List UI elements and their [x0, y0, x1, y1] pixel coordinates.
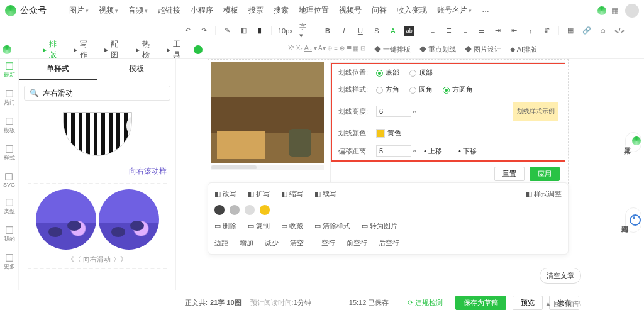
eraser-icon[interactable]: ◧ [238, 26, 248, 36]
sync-icon[interactable] [597, 6, 606, 15]
top-tab[interactable]: 投票 [245, 3, 267, 18]
radio-option[interactable]: 底部 [376, 68, 399, 77]
line-height-icon[interactable]: ↕ [526, 26, 536, 36]
quick-action[interactable]: ◆ AI排版 [510, 45, 537, 54]
blank-before[interactable]: 前空行 [347, 238, 367, 248]
rail-item[interactable]: 更多 [4, 253, 15, 271]
color-dot[interactable] [245, 205, 255, 215]
quick-action[interactable]: ◆ 重点划线 [419, 45, 456, 54]
top-tab[interactable]: 模板 [219, 3, 242, 18]
align-center-icon[interactable]: ≣ [444, 26, 454, 36]
clear-article[interactable]: 清空文章 [540, 268, 581, 284]
offset-dir[interactable]: • 下移 [458, 146, 477, 156]
radio-option[interactable]: 顶部 [409, 68, 433, 77]
redo-icon[interactable]: ↷ [199, 26, 209, 36]
mode-tab[interactable]: ▸写作 [70, 37, 97, 62]
top-tab[interactable]: 收入变现 [393, 3, 431, 18]
top-tab[interactable]: 账号名片 [433, 3, 475, 18]
link-icon[interactable]: 🔗 [582, 26, 592, 36]
underline-icon[interactable]: U [355, 26, 365, 36]
color-dot[interactable] [260, 205, 270, 215]
undo-icon[interactable]: ↶ [182, 26, 192, 36]
table-icon[interactable]: ▦ [565, 26, 575, 36]
more-icon[interactable]: ⋯ [631, 26, 641, 36]
emoji-icon[interactable]: ☺ [598, 26, 608, 36]
avatar[interactable] [625, 4, 639, 18]
color-dot[interactable] [230, 205, 240, 215]
margin-clear[interactable]: 清空 [290, 238, 304, 248]
block-action[interactable]: ▭ 收藏 [281, 221, 303, 231]
top-tab[interactable]: 超链接 [154, 3, 184, 18]
code-icon[interactable]: </> [614, 26, 625, 36]
block-action[interactable]: ▭ 清除样式 [314, 221, 350, 231]
quick-action[interactable]: ◆ 图片设计 [465, 45, 501, 54]
rewrite-action[interactable]: ◧ 样式调整 [526, 189, 562, 199]
top-tab[interactable]: 音频 [125, 3, 152, 18]
help-float[interactable]: 遇到问题 [625, 207, 641, 233]
bg-color-icon[interactable]: ab [404, 26, 414, 36]
blank-after[interactable]: 后空行 [379, 238, 399, 248]
rewrite-action[interactable]: ◧ 缩写 [281, 189, 303, 199]
preview-button[interactable]: 预览 [513, 296, 543, 310]
font-size[interactable]: 10px [278, 27, 293, 35]
top-tab[interactable]: 搜索 [270, 3, 292, 18]
quick-action[interactable]: ◆ 一键排版 [374, 45, 411, 54]
font-color-icon[interactable]: A [388, 26, 398, 36]
align-justify-icon[interactable]: ☰ [477, 26, 487, 36]
tab-single-style[interactable]: 单样式 [19, 59, 97, 80]
rail-item[interactable]: 类型 [4, 198, 15, 216]
toolbox-float[interactable]: 工具箱 [625, 132, 641, 152]
margin-dec[interactable]: 减少 [265, 238, 279, 248]
align-right-icon[interactable]: ≡ [460, 26, 470, 36]
format-paint-icon[interactable]: ✎ [222, 26, 232, 36]
rail-item[interactable]: 热门 [4, 89, 15, 107]
top-tab[interactable]: 小程序 [187, 3, 217, 18]
mode-tab[interactable]: ▸热榜 [132, 37, 159, 62]
grid-icon[interactable]: ▦ [609, 5, 620, 16]
search-input[interactable]: 🔍 [24, 86, 170, 101]
offset-input[interactable]: 5 [376, 145, 411, 157]
mode-tab[interactable]: ▸配图 [101, 37, 128, 62]
radio-option[interactable]: 方角 [376, 85, 399, 94]
search-field[interactable] [43, 89, 165, 97]
italic-icon[interactable]: I [339, 26, 349, 36]
align-left-icon[interactable]: ≡ [428, 26, 438, 36]
indent-icon[interactable]: ⇥ [493, 26, 503, 36]
top-tab[interactable]: 地理位置 [295, 3, 333, 18]
height-input[interactable]: 6 [376, 106, 411, 117]
violation-check[interactable]: ⟳ 违规检测 [408, 298, 443, 307]
rail-item[interactable]: 我的 [4, 226, 15, 243]
rail-item[interactable]: SVG [3, 172, 15, 188]
top-tab[interactable]: … [478, 3, 493, 18]
radio-option[interactable]: 方圆角 [443, 85, 473, 94]
font-family-icon[interactable]: 字▾ [299, 26, 309, 36]
radio-option[interactable]: 圆角 [409, 85, 433, 94]
back-to-top[interactable]: ▲ 回到顶部 [545, 299, 581, 309]
strike-icon[interactable]: S [372, 26, 382, 36]
tab-template[interactable]: 模板 [97, 59, 176, 80]
color-dot[interactable] [214, 205, 225, 215]
apply-button[interactable]: 应用 [530, 167, 560, 181]
rail-item[interactable]: 样式 [4, 145, 15, 162]
bold-icon[interactable]: B [323, 26, 333, 36]
top-tab[interactable]: 问答 [368, 3, 391, 18]
block-action[interactable]: ▭ 复制 [248, 221, 270, 231]
rail-item[interactable]: 模板 [4, 117, 15, 135]
rewrite-action[interactable]: ◧ 扩写 [248, 189, 270, 199]
top-tab[interactable]: 视频号 [335, 3, 365, 18]
reset-button[interactable]: 重置 [494, 167, 525, 181]
margin-inc[interactable]: 增加 [240, 238, 253, 248]
rail-item[interactable]: 最新 [4, 62, 15, 79]
bucket-icon[interactable]: ▮ [255, 26, 265, 36]
rewrite-action[interactable]: ◧ 改写 [214, 189, 236, 199]
block-action[interactable]: ▭ 转为图片 [362, 221, 397, 231]
offset-dir[interactable]: • 上移 [424, 146, 442, 156]
mode-tab[interactable]: ▸工具 [163, 37, 190, 62]
style-preview-cup[interactable] [57, 106, 138, 162]
top-tab[interactable]: 图片 [65, 3, 92, 18]
save-draft-button[interactable]: 保存为草稿 [455, 296, 506, 310]
horizontal-scrollbar[interactable] [211, 165, 324, 170]
top-tab[interactable]: 视频 [95, 3, 122, 18]
color-swatch[interactable] [376, 129, 385, 138]
rewrite-action[interactable]: ◧ 续写 [314, 189, 336, 199]
